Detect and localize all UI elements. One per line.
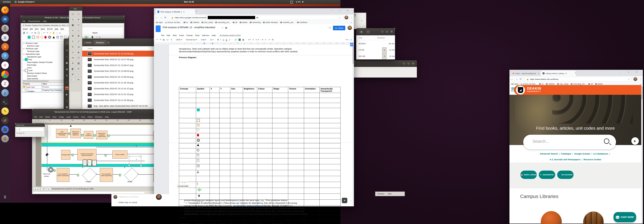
- collapsed-window-fragment[interactable]: ✕: [382, 53, 387, 59]
- reload-icon[interactable]: C: [520, 78, 522, 81]
- vmware-menu-virtual-machine[interactable]: Virtual Machine: [28, 20, 40, 22]
- star-icon[interactable]: ☆: [628, 78, 630, 80]
- docs-scrollbar[interactable]: [352, 44, 354, 206]
- new-tab-button[interactable]: +: [196, 10, 197, 13]
- forward-icon[interactable]: →: [160, 16, 162, 19]
- dock-item-show-apps[interactable]: ⠿: [1, 194, 9, 201]
- file-row[interactable]: PNGScreenshot from 2019-07-22 13-09-27.p…: [70, 62, 154, 68]
- indent-icon[interactable]: ⇥: [268, 39, 270, 41]
- window-controls[interactable]: – □ ✕: [331, 9, 352, 11]
- file-row[interactable]: PNGScreenshot from 2019-07-22 11-35-18.p…: [70, 80, 154, 86]
- italic-icon[interactable]: I: [220, 39, 221, 41]
- expander-icon[interactable]: ◢: [23, 42, 24, 44]
- bookmark-item[interactable]: interesting: [250, 21, 260, 23]
- fragment-row[interactable]: 2.9 kB12 Jul: [356, 47, 395, 53]
- bookmark-item[interactable]: os: [184, 21, 188, 23]
- file-row[interactable]: PNGbug - ieee abrev. iieee Screenshot fr…: [70, 103, 154, 109]
- gimp-menu-filters[interactable]: Filters: [88, 116, 92, 118]
- text-color-icon[interactable]: A: [226, 38, 227, 41]
- bookmark-item[interactable]: mac_setup: [202, 21, 213, 23]
- dock-item-firefox[interactable]: 🦊: [1, 6, 9, 14]
- fragment-col-size[interactable]: Size: [356, 37, 375, 39]
- paste-icon[interactable]: 📋: [37, 31, 40, 34]
- sidebar-documents-icon[interactable]: ▤: [65, 67, 68, 71]
- collapse-toolbar-icon[interactable]: ∧: [350, 39, 352, 41]
- expander-icon[interactable]: ◢: [23, 48, 24, 49]
- grid-view-icon[interactable]: ▦: [359, 30, 364, 34]
- dock-item-terminal[interactable]: >_: [1, 98, 9, 106]
- font-size-select[interactable]: 11 ▾: [210, 39, 214, 41]
- docs-menu-file[interactable]: File: [161, 34, 164, 36]
- model-tree-panel[interactable]: ◢Business LayerBusiness Layer◢Technical …: [22, 42, 69, 80]
- tree-item[interactable]: ◢Business Layer: [22, 42, 69, 44]
- app-menu-graph[interactable]: Graph: [23, 28, 28, 30]
- gimp-menu-layer[interactable]: Layer: [66, 116, 71, 118]
- library-search-box[interactable]: Search...: [523, 135, 616, 149]
- sidebar-folder1-icon[interactable]: ▦: [65, 105, 68, 109]
- clock[interactable]: Mon 15:45: [184, 1, 194, 3]
- profile-avatar[interactable]: [344, 16, 348, 19]
- app-menu-edit[interactable]: Edit: [30, 28, 33, 30]
- link-resource-guides[interactable]: Resource Guides: [584, 158, 601, 161]
- book-a-space-button[interactable]: 📅BOOK A SPACE: [520, 171, 537, 179]
- breadcrumb-menu-button[interactable]: ▸: [106, 40, 110, 45]
- gimp-menu-help[interactable]: Help: [105, 116, 109, 118]
- gimp-menu-tools[interactable]: Tools: [81, 116, 85, 118]
- docs-menu-tools[interactable]: Tools: [195, 34, 200, 36]
- docs-menu-edit[interactable]: Edit: [167, 34, 170, 36]
- indent-marker[interactable]: [212, 43, 214, 44]
- dock-item-thunderbird[interactable]: ✉: [1, 15, 9, 23]
- cut-icon[interactable]: ✂: [31, 31, 33, 34]
- unit-select[interactable]: px ▴▾: [34, 187, 40, 190]
- app-menu-align[interactable]: Align: [54, 28, 58, 30]
- zoom-select[interactable]: 100% ▾: [176, 39, 182, 41]
- gimp-hscrollbar[interactable]: [32, 191, 154, 194]
- bookmark-item[interactable]: afl: [233, 21, 237, 23]
- tree-item[interactable]: ◢Technical Layer: [22, 47, 69, 50]
- dock-item-zotero[interactable]: Z: [1, 80, 9, 87]
- selection-handle[interactable]: [128, 165, 130, 166]
- file-row[interactable]: PNGScreenshot from 2019-07-22 15-43-08.p…: [70, 51, 154, 57]
- redo-icon[interactable]: ↷: [46, 31, 48, 34]
- previous-button[interactable]: Previous: [377, 193, 384, 195]
- fragment-row[interactable]: 16.0 kB12 Jul: [356, 53, 395, 59]
- tree-item[interactable]: Data Scientist: [22, 77, 69, 80]
- file-row[interactable]: PNGScreenshot from 2019-07-22 15-37-45.p…: [70, 57, 154, 62]
- gimp-menu-view[interactable]: View: [52, 116, 56, 118]
- tab-close-icon[interactable]: ✕: [183, 11, 185, 13]
- align-icon[interactable]: ≡ ▾: [248, 39, 250, 41]
- style-select[interactable]: Normal text ▾: [186, 39, 197, 41]
- prop-cell[interactable]: Problem: [22, 89, 42, 92]
- app-menu-types[interactable]: Types: [40, 28, 45, 30]
- expander-icon[interactable]: ◢: [23, 53, 24, 55]
- property-grid[interactable]: PropertyValueGraph typeProcessProblemPro…: [22, 82, 69, 93]
- docs-page[interactable]: transparency. Tasks and subtasks both us…: [169, 44, 352, 206]
- tool-gradient-icon[interactable]: ◧: [70, 66, 76, 71]
- tool-rect-select-icon[interactable]: ▭: [70, 11, 76, 17]
- dock-item-gimp[interactable]: G: [1, 135, 9, 142]
- doc-avatar[interactable]: [348, 26, 352, 30]
- tree-item[interactable]: Users: [22, 66, 69, 69]
- tree-item[interactable]: Business Analyst/ Owner: [22, 72, 69, 74]
- zoom-icon[interactable]: ⌕: [56, 31, 58, 34]
- kebab-menu-icon[interactable]: ⋮: [640, 78, 642, 81]
- fragment-row[interactable]: 36 items28 Jun: [356, 40, 395, 47]
- gimp-menu-edit[interactable]: Edit: [40, 116, 42, 118]
- gmail-tab[interactable]: M Inbox - anjsimmo@gmail. ✕: [511, 71, 543, 76]
- tool-select-by-color-icon[interactable]: ▣: [70, 22, 76, 28]
- minimize-icon[interactable]: –: [381, 30, 384, 33]
- report-button[interactable]: Report: [92, 32, 98, 34]
- dock-item-slack[interactable]: ✣: [1, 61, 9, 69]
- link-google-scholar[interactable]: Google Scholar: [574, 153, 590, 155]
- bookmark-item[interactable]: skillsets: [190, 21, 199, 23]
- file-row[interactable]: PNGScreenshot from 2019-07-22 13-08-54.p…: [70, 74, 154, 80]
- share-button[interactable]: 🔒 Share: [333, 26, 345, 30]
- tool-airbrush-icon[interactable]: 💨: [70, 77, 76, 82]
- gimp-menu-select[interactable]: Select: [45, 116, 50, 118]
- maximize-icon[interactable]: □: [386, 30, 388, 33]
- doc-star-icon[interactable]: ☆: [222, 26, 224, 29]
- reload-icon[interactable]: ⟳: [164, 16, 166, 19]
- copy-icon[interactable]: 🗐: [23, 32, 25, 34]
- carousel-next-button[interactable]: ▶: [631, 137, 639, 145]
- minimize-icon[interactable]: –: [402, 62, 405, 65]
